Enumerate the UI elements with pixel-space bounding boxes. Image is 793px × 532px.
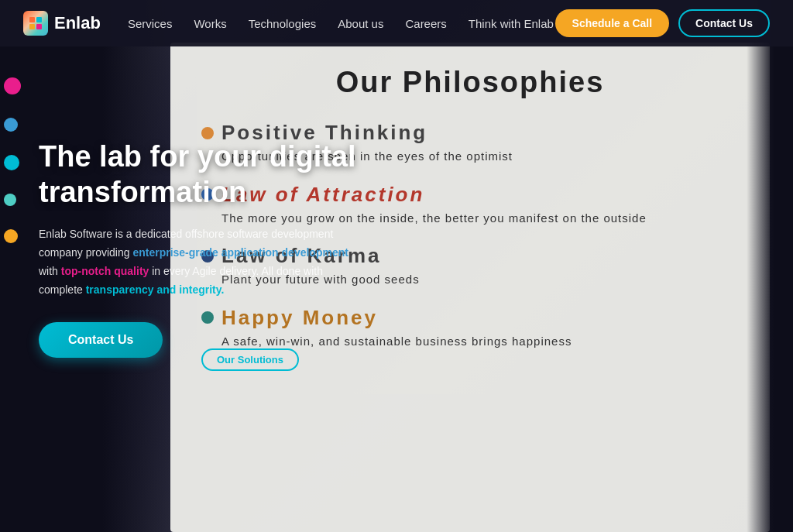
hero-title: The lab for your digital transformation [39, 139, 364, 210]
nav-careers[interactable]: Careers [405, 17, 446, 30]
svg-rect-0 [29, 17, 35, 22]
nav-about[interactable]: About us [338, 17, 383, 30]
decorative-dots [4, 77, 21, 243]
right-panel [747, 0, 793, 532]
svg-rect-1 [36, 17, 42, 22]
hero-link-1[interactable]: enterprise-grade application development [132, 246, 348, 259]
hero-desc-part2: with [39, 265, 61, 277]
dot-4 [4, 194, 16, 206]
contact-us-hero-button[interactable]: Contact Us [39, 322, 163, 358]
dot-2 [4, 118, 18, 132]
logo[interactable]: Enlab [23, 11, 101, 36]
nav-services[interactable]: Services [128, 17, 173, 30]
navbar: Enlab Services Works Technologies About … [0, 0, 793, 46]
logo-text: Enlab [54, 13, 101, 33]
dot-positive [201, 127, 214, 139]
hero-description: Enlab Software is a dedicated offshore s… [39, 225, 364, 299]
nav-works[interactable]: Works [194, 17, 226, 30]
nav-blog[interactable]: Think with Enlab [469, 17, 554, 30]
hero-link-2[interactable]: top-notch quality [61, 265, 149, 277]
logo-icon [23, 11, 48, 36]
svg-rect-3 [36, 24, 42, 29]
hero-section: The lab for your digital transformation … [39, 139, 364, 358]
nav-actions: Schedule a Call Contact Us [555, 9, 770, 37]
nav-links: Services Works Technologies About us Car… [128, 17, 555, 30]
schedule-call-button[interactable]: Schedule a Call [555, 9, 669, 37]
nav-technologies[interactable]: Technologies [249, 17, 317, 30]
dot-5 [4, 229, 18, 243]
hero-link-3[interactable]: transparency and integrity. [86, 283, 225, 296]
our-solutions-pill[interactable]: Our Solutions [201, 348, 299, 371]
board-title: Our Philosophies [201, 66, 739, 99]
dot-1 [4, 77, 21, 94]
svg-rect-2 [29, 24, 35, 29]
dot-3 [4, 155, 19, 170]
contact-us-nav-button[interactable]: Contact Us [678, 9, 770, 37]
